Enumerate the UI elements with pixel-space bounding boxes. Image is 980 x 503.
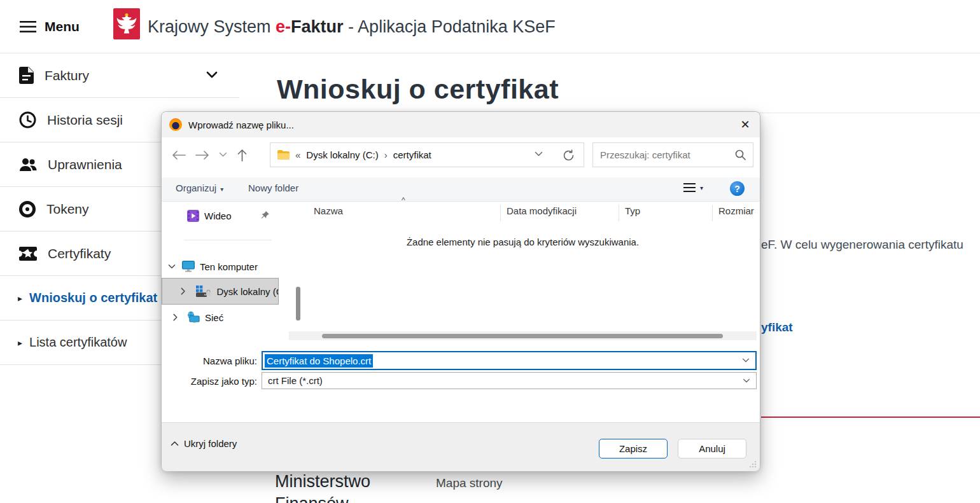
new-folder-label: Nowy folder xyxy=(248,183,298,193)
command-bar: Organizuj▾ Nowy folder ▾ ? xyxy=(162,177,760,202)
refresh-icon[interactable] xyxy=(563,149,575,162)
column-separator[interactable] xyxy=(500,205,501,221)
footer-ministry-line1: Ministerstwo xyxy=(275,471,370,493)
hide-folders-button[interactable]: Ukryj foldery xyxy=(171,438,237,449)
column-header-rozmiar[interactable]: Rozmiar xyxy=(718,205,754,216)
sidebar-item-faktury[interactable]: Faktury xyxy=(0,53,239,98)
chevron-up-icon xyxy=(171,441,179,446)
brand-e: e- xyxy=(276,17,291,37)
up-icon[interactable] xyxy=(237,149,248,162)
nav-item-label: Ten komputer xyxy=(200,261,258,272)
hide-folders-label: Ukryj foldery xyxy=(184,438,237,449)
sidebar-item-label: Wnioskuj o certyfikat xyxy=(29,291,157,305)
network-icon xyxy=(186,312,200,323)
app-header: Menu Krajowy System e-Faktur - Aplikacja… xyxy=(0,0,980,53)
nav-item-ten-komputer[interactable]: Ten komputer xyxy=(168,258,258,275)
search-input[interactable] xyxy=(600,144,731,166)
forward-icon[interactable] xyxy=(195,150,209,160)
hamburger-icon xyxy=(19,20,37,34)
users-icon xyxy=(19,157,37,172)
breadcrumb-overflow-icon[interactable]: « xyxy=(295,149,300,160)
column-separator[interactable] xyxy=(712,205,713,221)
filename-dropdown-chevron-icon[interactable] xyxy=(742,358,750,363)
search-icon[interactable] xyxy=(735,149,746,160)
nav-item-wideo[interactable]: Wideo xyxy=(187,207,232,224)
empty-list-message: Żadne elementy nie pasują do kryteriów w… xyxy=(289,237,757,247)
search-box xyxy=(592,142,753,167)
screen: Menu Krajowy System e-Faktur - Aplikacja… xyxy=(0,0,980,503)
close-button[interactable]: ✕ xyxy=(734,114,756,135)
save-button[interactable]: Zapisz xyxy=(599,439,668,458)
breadcrumb-root[interactable]: Dysk lokalny (C:) xyxy=(306,149,378,160)
chevron-right-icon[interactable] xyxy=(172,314,179,321)
eagle-icon xyxy=(116,11,137,37)
firefox-icon xyxy=(169,118,182,131)
footer-sitemap-link[interactable]: Mapa strony xyxy=(436,476,503,490)
sidebar-item-label: Historia sesji xyxy=(47,113,123,128)
address-dropdown-chevron-icon[interactable] xyxy=(535,151,543,157)
chevron-down-icon xyxy=(206,71,218,79)
sort-ascending-icon: ^ xyxy=(402,196,405,205)
list-view-icon xyxy=(683,183,696,193)
save-file-dialog: Wprowadź nazwę pliku... ✕ xyxy=(161,111,760,471)
footer-ministry-line2: Finansów xyxy=(275,493,370,503)
organize-label: Organizuj xyxy=(176,183,216,193)
generate-certificate-link-fragment[interactable]: yfikat xyxy=(761,320,793,334)
menu-button[interactable]: Menu xyxy=(19,0,80,53)
horizontal-scrollbar-track[interactable] xyxy=(289,331,757,340)
brand-faktur: Faktur xyxy=(291,17,344,37)
sidebar-item-label: Tokeny xyxy=(46,202,89,217)
address-row: « Dysk lokalny (C:) › certyfikat xyxy=(162,137,760,172)
chevron-down-icon[interactable] xyxy=(168,264,176,270)
document-icon xyxy=(19,67,34,84)
pin-icon[interactable] xyxy=(260,210,270,220)
sidebar-item-label: Certyfikaty xyxy=(48,246,111,261)
breadcrumb-current[interactable]: certyfikat xyxy=(393,149,431,160)
brand-suffix: - Aplikacja Podatnika KSeF xyxy=(344,17,556,37)
page-title: Wnioskuj o certyfikat xyxy=(277,74,559,105)
filetype-dropdown-chevron-icon xyxy=(743,378,750,383)
close-icon: ✕ xyxy=(740,118,750,132)
app-title: Krajowy System e-Faktur - Aplikacja Poda… xyxy=(148,0,556,53)
breadcrumb-separator-icon: › xyxy=(384,149,388,160)
nav-item-siec[interactable]: Sieć xyxy=(172,308,223,326)
token-icon xyxy=(19,201,36,217)
chevron-right-icon[interactable] xyxy=(180,287,186,295)
filename-input[interactable]: Certyfikat do Shopelo.crt xyxy=(262,351,757,370)
certificate-star-icon xyxy=(19,247,37,261)
column-separator[interactable] xyxy=(619,205,619,221)
filename-value-selected: Certyfikat do Shopelo.crt xyxy=(265,354,373,368)
sidebar-item-label: Uprawnienia xyxy=(48,157,122,172)
videos-icon xyxy=(187,210,199,222)
caret-down-icon: ▾ xyxy=(700,184,703,191)
nav-item-label: Sieć xyxy=(205,312,223,323)
brand-prefix: Krajowy System xyxy=(148,17,276,37)
horizontal-scrollbar-thumb[interactable] xyxy=(322,334,723,338)
help-button[interactable]: ? xyxy=(730,181,745,196)
filetype-select[interactable]: crt File (*.crt) xyxy=(262,372,757,389)
resize-grip[interactable] xyxy=(749,460,757,468)
sidebar-item-label: Lista certyfikatów xyxy=(29,335,127,350)
footer-top-divider xyxy=(761,417,980,418)
clock-icon xyxy=(19,111,36,128)
column-header-data-modyfikacji[interactable]: Data modyfikacji xyxy=(507,205,577,216)
history-nav xyxy=(172,137,248,172)
page-paragraph-fragment: eF. W celu wygenerowania certyfikatu xyxy=(761,238,963,252)
save-button-label: Zapisz xyxy=(619,443,647,454)
column-header-nazwa[interactable]: Nazwa xyxy=(314,205,343,216)
help-icon: ? xyxy=(734,184,740,194)
dialog-titlebar[interactable]: Wprowadź nazwę pliku... ✕ xyxy=(162,112,760,137)
column-header-typ[interactable]: Typ xyxy=(625,205,640,216)
recent-locations-chevron-icon[interactable] xyxy=(219,152,227,158)
nav-scrollbar[interactable] xyxy=(296,287,300,320)
view-mode-button[interactable]: ▾ xyxy=(683,183,703,193)
cancel-button[interactable]: Anuluj xyxy=(678,439,746,458)
organize-button[interactable]: Organizuj▾ xyxy=(176,183,223,193)
dialog-bottom-bar: Ukryj foldery Zapisz Anuluj xyxy=(162,422,760,471)
new-folder-button[interactable]: Nowy folder xyxy=(248,183,298,193)
dialog-title: Wprowadź nazwę pliku... xyxy=(188,120,294,130)
address-bar[interactable]: « Dysk lokalny (C:) › certyfikat xyxy=(270,142,584,167)
folder-icon xyxy=(277,150,290,160)
nav-item-dysk-lokalny[interactable]: Dysk lokalny (C:) xyxy=(162,278,279,305)
back-icon[interactable] xyxy=(172,150,186,160)
